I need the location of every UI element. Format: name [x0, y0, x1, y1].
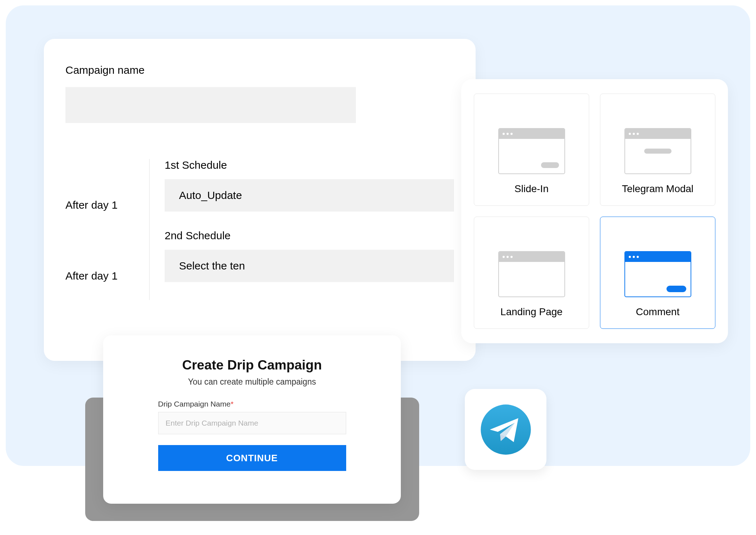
schedule-block-1: 1st Schedule Auto_Update [165, 159, 454, 212]
templates-panel: Slide-In Telegram Modal Landing Page Com… [461, 79, 728, 343]
telegram-icon [478, 402, 533, 457]
template-label: Telegram Modal [622, 183, 693, 195]
template-thumb [624, 128, 691, 174]
template-thumb [498, 128, 565, 174]
svg-point-0 [481, 404, 531, 454]
campaign-name-input[interactable] [65, 87, 356, 123]
schedule-title-1: 1st Schedule [165, 159, 454, 171]
schedule-right-column: 1st Schedule Auto_Update 2nd Schedule Se… [149, 159, 454, 300]
required-marker: * [230, 400, 233, 408]
schedule-title-2: 2nd Schedule [165, 230, 454, 242]
template-card-comment[interactable]: Comment [600, 217, 715, 329]
drip-campaign-name-input[interactable] [158, 412, 346, 434]
schedule-value-2[interactable]: Select the ten [165, 250, 454, 282]
continue-button[interactable]: CONTINUE [158, 445, 346, 471]
thumb-header [625, 252, 691, 262]
template-label: Landing Page [500, 306, 563, 318]
template-label: Slide-In [514, 183, 549, 195]
thumb-header [625, 129, 691, 139]
thumb-comment-pill [666, 286, 686, 292]
schedules-section: After day 1 After day 1 1st Schedule Aut… [65, 159, 454, 300]
telegram-icon-card [465, 389, 546, 470]
campaign-name-label: Campaign name [65, 64, 454, 76]
schedule-left-column: After day 1 After day 1 [65, 159, 149, 300]
thumb-modal-pill [644, 149, 672, 154]
campaign-panel: Campaign name After day 1 After day 1 1s… [44, 39, 476, 361]
template-label: Comment [636, 306, 679, 318]
thumb-slide-in-pill [541, 162, 559, 168]
template-thumb [624, 251, 691, 297]
template-thumb [498, 251, 565, 297]
template-card-slide-in[interactable]: Slide-In [474, 94, 589, 206]
schedule-block-2: 2nd Schedule Select the ten [165, 230, 454, 282]
drip-modal-subtitle: You can create multiple campaigns [139, 377, 365, 387]
drip-field-label-text: Drip Campaign Name [158, 400, 231, 408]
create-drip-modal: Create Drip Campaign You can create mult… [103, 335, 401, 504]
after-day-label-2: After day 1 [65, 253, 140, 299]
after-day-label-1: After day 1 [65, 182, 140, 228]
template-card-landing-page[interactable]: Landing Page [474, 217, 589, 329]
template-card-telegram-modal[interactable]: Telegram Modal [600, 94, 715, 206]
drip-form: Drip Campaign Name* [158, 400, 346, 445]
thumb-header [499, 252, 564, 262]
thumb-header [499, 129, 564, 139]
drip-modal-title: Create Drip Campaign [139, 358, 365, 373]
schedule-value-1[interactable]: Auto_Update [165, 179, 454, 212]
drip-field-label: Drip Campaign Name* [158, 400, 346, 408]
